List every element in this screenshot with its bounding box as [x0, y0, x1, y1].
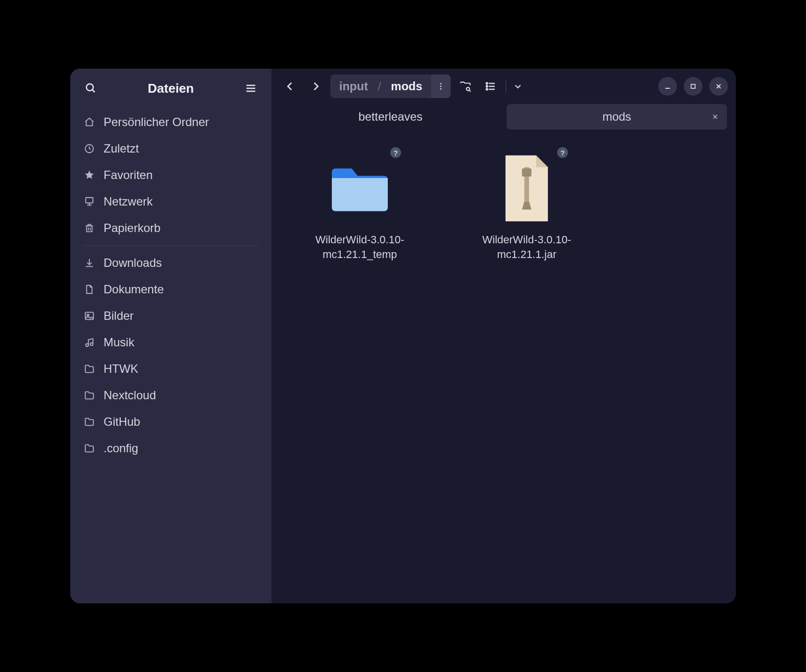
sidebar-item-favoriten[interactable]: Favoriten [75, 162, 267, 188]
folder-search-button[interactable] [455, 76, 476, 97]
folder-icon [83, 389, 96, 402]
tab-label: mods [513, 110, 720, 124]
toolbar-separator [506, 80, 506, 93]
trash-icon [83, 222, 96, 234]
folder-icon [321, 149, 399, 228]
list-icon [485, 80, 497, 92]
tab-bar: betterleavesmods [271, 101, 736, 135]
sidebar-item--config[interactable]: .config [75, 435, 267, 462]
sidebar-item-label: HTWK [104, 362, 138, 376]
path-menu-button[interactable] [431, 75, 451, 98]
tab-label: betterleaves [287, 110, 494, 124]
file-grid[interactable]: ?WilderWild-3.0.10-mc1.21.1_temp?WilderW… [271, 135, 736, 603]
breadcrumb: input / mods [330, 75, 451, 98]
sidebar-item-dokumente[interactable]: Dokumente [75, 276, 267, 303]
nav-back-button[interactable] [279, 76, 301, 97]
svg-rect-12 [85, 312, 94, 320]
breadcrumb-segment[interactable]: input [330, 75, 377, 98]
nav-forward-button[interactable] [305, 76, 326, 97]
file-manager-window: Dateien Persönlicher OrdnerZuletztFavori… [70, 69, 736, 603]
svg-point-19 [466, 87, 470, 91]
kebab-icon [436, 82, 445, 91]
home-icon [83, 116, 96, 129]
sidebar-item-label: Musik [104, 336, 134, 349]
chevron-left-icon [285, 81, 296, 92]
svg-point-18 [440, 88, 442, 90]
tab-mods[interactable]: mods [507, 104, 727, 129]
folder-icon [83, 362, 96, 375]
sidebar-item-label: Downloads [104, 256, 162, 270]
sidebar-item-downloads[interactable]: Downloads [75, 250, 267, 276]
folder-icon [83, 442, 96, 455]
sidebar-item-label: Nextcloud [104, 388, 156, 402]
sidebar-item-label: Bilder [104, 309, 134, 323]
music-icon [83, 336, 96, 349]
sidebar-item-htwk[interactable]: HTWK [75, 356, 267, 382]
archive-icon [487, 149, 566, 228]
svg-rect-28 [691, 84, 695, 88]
close-icon [711, 113, 719, 121]
chevron-right-icon [310, 81, 321, 92]
view-options-dropdown[interactable] [510, 76, 526, 97]
download-icon [83, 257, 96, 269]
file-item[interactable]: ?WilderWild-3.0.10-mc1.21.1_temp [291, 149, 429, 261]
emblem-badge: ? [390, 147, 401, 158]
sidebar-divider [83, 245, 259, 246]
breadcrumb-segment-current[interactable]: mods [382, 75, 431, 98]
svg-line-20 [469, 90, 471, 92]
clock-icon [83, 142, 96, 155]
svg-point-17 [440, 86, 442, 87]
search-icon [85, 82, 97, 94]
star-icon [83, 169, 96, 181]
sidebar-item-label: Papierkorb [104, 221, 161, 235]
svg-point-25 [486, 86, 488, 87]
window-minimize-button[interactable] [658, 77, 677, 96]
window-maximize-button[interactable] [684, 77, 702, 96]
sidebar-item-label: GitHub [104, 415, 140, 429]
svg-point-13 [87, 314, 89, 316]
view-list-button[interactable] [480, 76, 502, 97]
sidebar-item-musik[interactable]: Musik [75, 329, 267, 356]
sidebar-places-list: Persönlicher OrdnerZuletztFavoritenNetzw… [70, 105, 271, 465]
search-button[interactable] [82, 79, 100, 97]
svg-point-24 [486, 83, 488, 84]
close-icon [715, 82, 723, 90]
sidebar-item-label: Favoriten [104, 168, 153, 182]
tab-close-button[interactable] [708, 110, 722, 124]
sidebar-item-label: Persönlicher Ordner [104, 115, 209, 129]
svg-point-16 [440, 83, 442, 84]
sidebar-item-github[interactable]: GitHub [75, 409, 267, 435]
svg-point-26 [486, 89, 488, 90]
toolbar: input / mods [271, 69, 736, 101]
file-name-label: WilderWild-3.0.10-mc1.21.1.jar [458, 233, 595, 261]
file-name-label: WilderWild-3.0.10-mc1.21.1_temp [291, 233, 429, 261]
sidebar-item-pers-nlicher-ordner[interactable]: Persönlicher Ordner [75, 109, 267, 135]
sidebar-header: Dateien [70, 75, 271, 105]
sidebar-item-bilder[interactable]: Bilder [75, 303, 267, 329]
sidebar-item-netzwerk[interactable]: Netzwerk [75, 188, 267, 215]
folder-icon [83, 415, 96, 428]
breadcrumb-separator: / [377, 79, 382, 93]
svg-rect-6 [86, 198, 93, 203]
main-pane: input / mods [271, 69, 736, 603]
chevron-down-icon [513, 82, 522, 91]
image-icon [83, 310, 96, 322]
svg-point-0 [86, 84, 93, 91]
svg-line-1 [92, 90, 95, 92]
window-close-button[interactable] [709, 77, 728, 96]
emblem-badge: ? [557, 147, 568, 158]
hamburger-menu-button[interactable] [242, 79, 260, 97]
sidebar-item-zuletzt[interactable]: Zuletzt [75, 135, 267, 162]
file-item[interactable]: ?WilderWild-3.0.10-mc1.21.1.jar [458, 149, 595, 261]
sidebar-item-label: .config [104, 441, 138, 455]
folder-search-icon [459, 80, 472, 93]
sidebar-item-papierkorb[interactable]: Papierkorb [75, 215, 267, 241]
hamburger-icon [245, 82, 257, 94]
sidebar: Dateien Persönlicher OrdnerZuletztFavori… [70, 69, 271, 603]
sidebar-item-label: Dokumente [104, 283, 164, 296]
sidebar-item-nextcloud[interactable]: Nextcloud [75, 382, 267, 409]
tab-betterleaves[interactable]: betterleaves [280, 104, 501, 129]
document-icon [83, 283, 96, 296]
sidebar-title: Dateien [100, 81, 242, 96]
svg-rect-34 [522, 168, 531, 177]
